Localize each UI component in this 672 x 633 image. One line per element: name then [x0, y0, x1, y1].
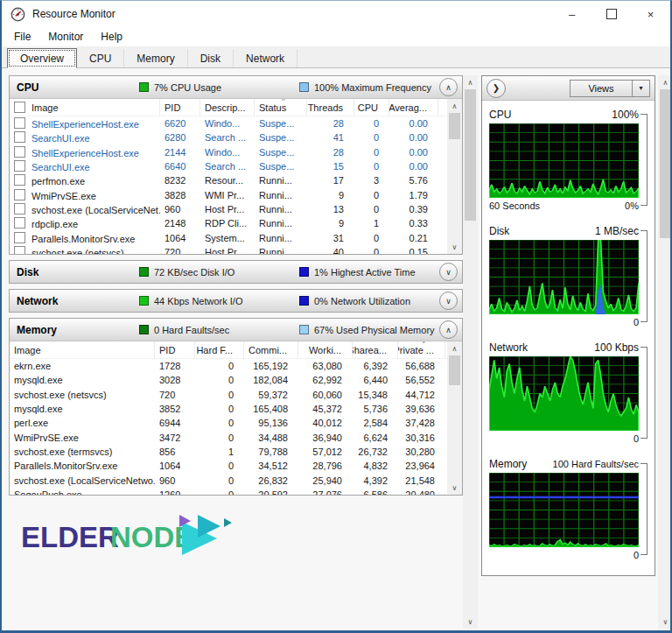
minimize-button[interactable]: – [552, 1, 592, 27]
column-header[interactable]: PID [160, 99, 200, 116]
row-checkbox[interactable] [14, 160, 25, 172]
row-checkbox[interactable] [14, 146, 25, 158]
memory-section-header[interactable]: Memory 0 Hard Faults/sec 67% Used Physic… [10, 319, 462, 341]
table-row[interactable]: perfmon.exe8232Resour...Runni...1735.76 [10, 173, 447, 187]
table-row[interactable]: SearchUI.exe6640Search ...Suspe...1500.0… [10, 159, 447, 173]
cpu-section: CPU 7% CPU Usage 100% Maximum Frequency … [9, 75, 463, 255]
table-row[interactable]: svchost.exe (netsvcs)720Host Pr...Runni.… [10, 245, 447, 254]
column-header[interactable]: Private ...∨ [398, 341, 445, 358]
table-row[interactable]: mysqld.exe30280182,08462,9926,44056,552 [10, 373, 447, 387]
table-row[interactable]: svchost.exe (LocalServiceNetwo...960026,… [10, 473, 447, 487]
tab-cpu[interactable]: CPU [77, 49, 124, 67]
column-header[interactable]: Image [10, 341, 155, 358]
column-header[interactable]: Commi... [244, 341, 298, 358]
close-button[interactable]: × [631, 1, 670, 27]
tab-overview[interactable]: Overview [7, 48, 77, 68]
used-memory-label: 67% Used Physical Memory [314, 325, 435, 335]
cpu-collapse-button[interactable]: ∧ [439, 78, 458, 96]
table-row[interactable]: mysqld.exe38520165,40845,3725,73639,636 [10, 402, 447, 416]
right-pane-scrollbar[interactable]: ∧ ∨ [658, 75, 670, 629]
resource-monitor-window: Resource Monitor – × File Monitor Help O… [0, 0, 672, 633]
menu-item-monitor[interactable]: Monitor [39, 31, 92, 43]
scroll-thumb[interactable] [449, 355, 460, 385]
row-checkbox[interactable] [14, 232, 25, 243]
scroll-up-icon[interactable]: ∧ [463, 75, 478, 89]
sort-caret-icon: ∧ [281, 99, 285, 102]
graphs-panel-header: ❯ Views ▾ [482, 76, 654, 101]
column-header[interactable]: Averag... [389, 99, 438, 116]
row-checkbox[interactable] [14, 189, 25, 200]
table-row[interactable]: ekrn.exe17280165,19263,0806,39256,688 [10, 359, 447, 373]
tab-network[interactable]: Network [234, 49, 298, 67]
cpu-usage-indicator-icon [139, 82, 149, 92]
network-section-title: Network [17, 295, 139, 307]
left-pane-scrollbar[interactable]: ∧ ∨ [463, 75, 478, 629]
scroll-up-icon[interactable]: ∧ [658, 75, 670, 89]
disk-expand-button[interactable]: ∨ [439, 263, 458, 281]
scroll-down-icon[interactable]: ∨ [463, 615, 478, 629]
scroll-down-icon[interactable]: ∨ [447, 481, 462, 495]
graph-min-label: 0 [634, 317, 639, 327]
tab-disk[interactable]: Disk [188, 49, 234, 67]
row-checkbox[interactable] [14, 117, 25, 129]
column-header[interactable]: Descrip... [200, 99, 255, 116]
table-row[interactable]: svchost.exe (LocalServiceNet...960Host P… [10, 202, 447, 216]
scroll-thumb[interactable] [660, 89, 670, 238]
table-row[interactable]: ShellExperienceHost.exe6620Windo...Suspe… [10, 116, 447, 130]
menu-item-help[interactable]: Help [92, 31, 131, 43]
column-header[interactable]: Sharea... [353, 341, 398, 358]
table-row[interactable]: rdpclip.exe2148RDP Cli...Runni...910.33 [10, 216, 447, 230]
column-header[interactable]: Worki... [298, 341, 353, 358]
memory-table: ImagePIDHard F...Commi...Worki...Sharea.… [10, 341, 462, 495]
row-checkbox[interactable] [14, 131, 25, 143]
select-all-checkbox[interactable] [14, 102, 25, 113]
memory-collapse-button[interactable]: ∧ [439, 320, 458, 339]
column-header[interactable]: Image [10, 99, 160, 116]
table-row[interactable]: Parallels.MonitorSrv.exe1064034,51228,79… [10, 459, 447, 473]
scale-bracket [640, 114, 648, 206]
network-graph: Network100 Kbps 0 [489, 339, 649, 446]
column-header[interactable]: Threads [307, 99, 354, 116]
row-checkbox[interactable] [14, 203, 25, 215]
table-row[interactable]: SearchUI.exe6280Search ...Suspe...4100.0… [10, 130, 447, 144]
table-row[interactable]: WmiPrvSE.exe3472034,48836,9406,62430,316 [10, 430, 447, 444]
column-header[interactable]: Hard F... [195, 341, 244, 358]
cpu-section-header[interactable]: CPU 7% CPU Usage 100% Maximum Frequency … [10, 76, 462, 99]
network-io-indicator-icon [139, 296, 149, 306]
memory-graph-plot [489, 473, 639, 547]
disk-section-header[interactable]: Disk 72 KB/sec Disk I/O 1% Highest Activ… [10, 261, 462, 283]
column-header[interactable]: CPU [354, 99, 389, 116]
views-button[interactable]: Views [570, 80, 633, 97]
scroll-up-icon[interactable]: ∧ [447, 341, 462, 355]
scroll-down-icon[interactable]: ∨ [658, 615, 670, 629]
table-row[interactable]: svchost.exe (termsvcs)856179,78857,01226… [10, 445, 447, 459]
table-row[interactable]: WmiPrvSE.exe3828WMI Pr...Runni...901.79 [10, 187, 447, 201]
table-row[interactable]: perl.exe6944095,13640,0122,58437,428 [10, 416, 447, 430]
scroll-thumb[interactable] [465, 89, 476, 221]
scroll-up-icon[interactable]: ∧ [447, 99, 462, 113]
graph-max-label: 1 MB/sec [595, 225, 639, 237]
disk-section: Disk 72 KB/sec Disk I/O 1% Highest Activ… [9, 260, 463, 284]
column-header[interactable]: Status∧ [255, 99, 307, 116]
maximize-button[interactable] [592, 1, 631, 27]
table-row[interactable]: svchost.exe (netsvcs)720059,37260,06015,… [10, 388, 447, 402]
table-row[interactable]: Parallels.MonitorSrv.exe1064System...Run… [10, 230, 447, 244]
scroll-down-icon[interactable]: ∨ [447, 240, 462, 254]
scroll-thumb[interactable] [449, 113, 460, 139]
row-checkbox[interactable] [14, 174, 25, 186]
network-section-header[interactable]: Network 44 Kbps Network I/O 0% Network U… [10, 290, 462, 312]
column-header[interactable]: PID [155, 341, 195, 358]
title-bar: Resource Monitor – × [2, 1, 670, 27]
network-expand-button[interactable]: ∨ [439, 292, 458, 310]
tab-memory[interactable]: Memory [124, 49, 187, 67]
collapse-panel-button[interactable]: ❯ [486, 79, 506, 98]
disk-io-stat: 72 KB/sec Disk I/O [139, 267, 299, 278]
row-checkbox[interactable] [14, 246, 25, 254]
menu-item-file[interactable]: File [5, 31, 39, 43]
table-row[interactable]: ShellExperienceHost.exe2144Windo...Suspe… [10, 145, 447, 159]
row-checkbox[interactable] [14, 217, 25, 229]
table-row[interactable]: SogouPush.exe1260020,59227,0766,58620,48… [10, 488, 447, 495]
cpu-table-scrollbar[interactable]: ∧ ∨ [447, 99, 462, 254]
views-dropdown-icon[interactable]: ▾ [633, 80, 650, 97]
memory-table-scrollbar[interactable]: ∧ ∨ [447, 341, 462, 495]
